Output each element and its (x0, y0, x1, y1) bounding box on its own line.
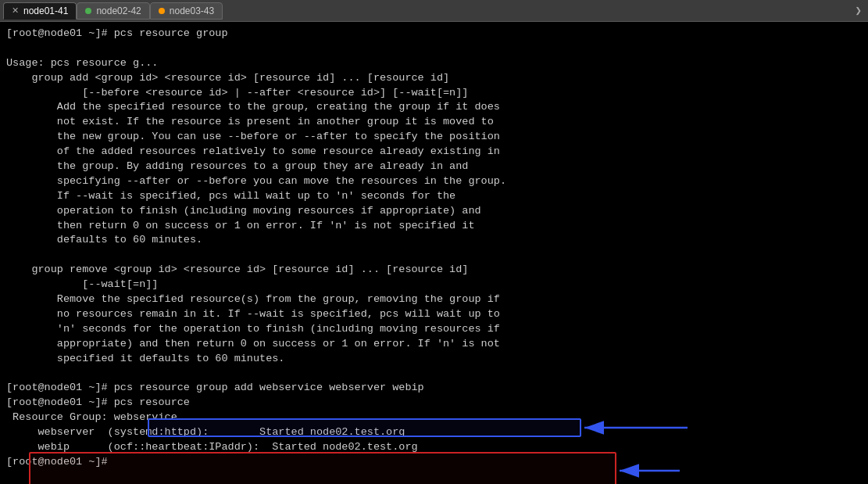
tab-node01-41[interactable]: ✕ node01-41 (3, 2, 77, 20)
tab-dot-orange (159, 8, 165, 14)
terminal[interactable]: [root@node01 ~]# pcs resource group Usag… (0, 22, 868, 484)
tab-node01-41-label: node01-41 (23, 5, 68, 16)
tab-bar: ✕ node01-41 node02-42 node03-43 ❯ (0, 0, 868, 22)
tab-node02-42[interactable]: node02-42 (77, 2, 149, 20)
tab-close-icon[interactable]: ✕ (12, 5, 19, 16)
tab-node03-43-label: node03-43 (170, 5, 214, 16)
tab-scroll-right[interactable]: ❯ (852, 4, 865, 17)
terminal-wrapper: [root@node01 ~]# pcs resource group Usag… (0, 22, 868, 484)
tab-dot-green (85, 8, 91, 14)
tab-node03-43[interactable]: node03-43 (150, 2, 223, 20)
tab-node02-42-label: node02-42 (96, 5, 141, 16)
